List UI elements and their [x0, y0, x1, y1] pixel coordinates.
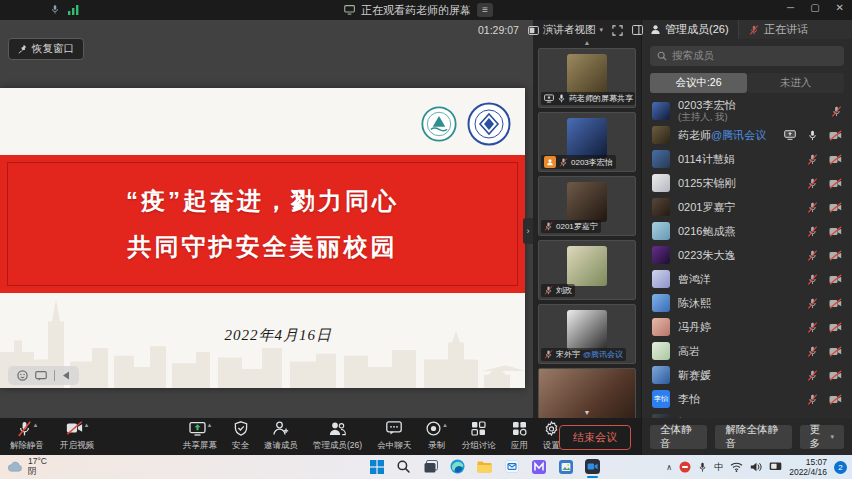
invite-button[interactable]: 邀请成员	[264, 421, 298, 452]
video-tile[interactable]: 0203李宏怡	[538, 112, 636, 172]
taskbar-clock[interactable]: 15:07 2022/4/16	[789, 457, 827, 477]
security-button[interactable]: 安全	[232, 421, 249, 452]
video-tile[interactable]: 0201罗嘉宁	[538, 176, 636, 236]
unmute-all-button[interactable]: 解除全体静音	[715, 425, 791, 449]
participant-row[interactable]: 0114计慧娟	[642, 147, 852, 171]
mic-muted-icon	[749, 25, 759, 35]
participant-name: 高岩	[678, 345, 700, 357]
speaking-label: 正在讲话	[764, 22, 808, 37]
task-view-button[interactable]	[422, 458, 439, 475]
avatar	[652, 222, 670, 240]
mic-muted-icon	[807, 346, 818, 357]
wifi-icon[interactable]	[730, 462, 743, 472]
maximize-button[interactable]: ▢	[810, 2, 819, 13]
participant-row[interactable]: 李怡 李怡	[642, 387, 852, 411]
minimize-button[interactable]: ─	[787, 2, 794, 13]
scroll-down-arrow[interactable]: ▼	[533, 409, 641, 416]
mic-on-icon	[557, 94, 566, 103]
participant-row[interactable]: 高岩	[642, 339, 852, 363]
unmute-label: 解除静音	[10, 440, 44, 452]
breakout-rooms-button[interactable]: 分组讨论	[462, 421, 496, 452]
file-explorer-icon[interactable]	[476, 458, 493, 475]
tray-mic-icon[interactable]	[698, 462, 707, 473]
participant-row[interactable]: 0216鲍成燕	[642, 219, 852, 243]
view-mode-switcher[interactable]: 演讲者视图 ▾	[528, 23, 603, 37]
video-tile[interactable]: 刘政	[538, 240, 636, 300]
participant-row[interactable]: 陈沐熙	[642, 291, 852, 315]
camera-muted-icon	[829, 274, 842, 285]
previous-slide-icon[interactable]	[62, 371, 70, 380]
pin-icon	[18, 44, 27, 54]
settings-button[interactable]: 设置	[543, 421, 560, 452]
apps-button[interactable]: 应用	[511, 421, 528, 452]
avatar	[567, 310, 607, 350]
slide-title-line1: “疫”起奋进，勠力同心	[126, 185, 399, 217]
participant-row[interactable]: 0125宋锦刚	[642, 171, 852, 195]
tile-name-bar: 宋外宇@腾讯会议	[541, 348, 626, 361]
purple-m-app-icon[interactable]	[530, 458, 547, 475]
end-meeting-button[interactable]: 结束会议	[559, 425, 631, 450]
edge-browser-icon[interactable]	[449, 458, 466, 475]
tile-name-bar: 药老师的屏幕共享@腾讯会议	[541, 92, 635, 105]
start-button[interactable]	[368, 458, 385, 475]
avatar	[652, 366, 670, 384]
window-title-bar: 正在观看药老师的屏幕 ≡ ─ ▢ ✕	[0, 0, 852, 20]
view-mode-label: 演讲者视图	[543, 23, 596, 37]
weather-widget[interactable]: 17°C 阴	[8, 457, 47, 477]
manage-members-button[interactable]: 管理成员(26)	[313, 421, 362, 452]
network-signal-icon	[68, 5, 79, 15]
screen-share-icon	[784, 130, 796, 140]
laser-pointer-icon[interactable]	[17, 370, 28, 381]
participant-row[interactable]: 冯丹婷	[642, 315, 852, 339]
video-tiles: 药老师的屏幕共享@腾讯会议	[533, 48, 641, 418]
start-video-button[interactable]: ▴ 开启视频	[60, 421, 94, 452]
photos-app-icon[interactable]	[557, 458, 574, 475]
mail-app-icon[interactable]	[503, 458, 520, 475]
share-screen-button[interactable]: ▴ 共享屏幕	[183, 421, 217, 452]
comment-icon[interactable]	[35, 371, 47, 381]
close-button[interactable]: ✕	[836, 2, 844, 13]
volume-icon[interactable]	[750, 462, 762, 472]
mic-muted-icon	[831, 106, 842, 117]
video-tile[interactable]: 药老师的屏幕共享@腾讯会议	[538, 48, 636, 108]
participant-row[interactable]: 0201罗嘉宁	[642, 195, 852, 219]
participant-name: 冯丹婷	[678, 321, 711, 333]
notification-badge[interactable]: 2	[834, 461, 847, 474]
tray-chevron-up-icon[interactable]: ∧	[666, 463, 672, 472]
participant-row[interactable]: 0203李宏怡 (主持人, 我)	[642, 99, 852, 123]
participant-row[interactable]: 梁楠的iPad(平板)	[642, 411, 852, 418]
tab-in-meeting[interactable]: 会议中:26	[650, 73, 747, 93]
search-button[interactable]	[395, 458, 412, 475]
participant-name: 刘政	[556, 285, 572, 296]
unmute-button[interactable]: ▴ 解除静音	[10, 421, 44, 452]
member-search-input[interactable]: 搜索成员	[650, 46, 844, 66]
video-tile[interactable]: 宋外宇@腾讯会议	[538, 304, 636, 364]
screen-cast-icon[interactable]	[769, 462, 782, 472]
mute-all-button[interactable]: 全体静音	[650, 425, 707, 449]
participant-row[interactable]: 药老师@腾讯会议	[642, 123, 852, 147]
participant-row[interactable]: 曾鸿洋	[642, 267, 852, 291]
weather-condition: 阴	[28, 467, 47, 477]
recording-indicator-icon[interactable]	[679, 461, 691, 473]
restore-window-button[interactable]: 恢复窗口	[8, 38, 84, 60]
more-button[interactable]: 更多▾	[800, 425, 845, 449]
sidebar-layout-button[interactable]	[632, 25, 643, 35]
scroll-up-arrow[interactable]: ▲	[533, 38, 641, 48]
participant-row[interactable]: 0223朱大逸	[642, 243, 852, 267]
expand-panel-arrow[interactable]: ›	[523, 218, 533, 244]
presentation-slide: “疫”起奋进，勠力同心 共同守护安全美丽校园 2022年4月16日	[0, 88, 525, 388]
mic-muted-icon	[807, 178, 818, 189]
speaking-indicator: 正在讲话	[738, 20, 852, 39]
fullscreen-button[interactable]	[612, 25, 623, 36]
participant-row[interactable]: 靳赛媛	[642, 363, 852, 387]
camera-muted-icon	[829, 298, 842, 309]
title-menu-button[interactable]: ≡	[477, 3, 493, 17]
tencent-meeting-app-icon[interactable]	[584, 458, 601, 475]
avatar	[652, 174, 670, 192]
record-button[interactable]: ▴ 录制	[426, 421, 447, 452]
participant-name: 宋外宇	[556, 349, 580, 360]
ime-indicator[interactable]: 中	[714, 461, 723, 474]
chat-button[interactable]: 会中聊天	[377, 421, 411, 452]
camera-muted-icon	[829, 250, 842, 261]
tab-not-joined[interactable]: 未进入	[747, 73, 844, 93]
